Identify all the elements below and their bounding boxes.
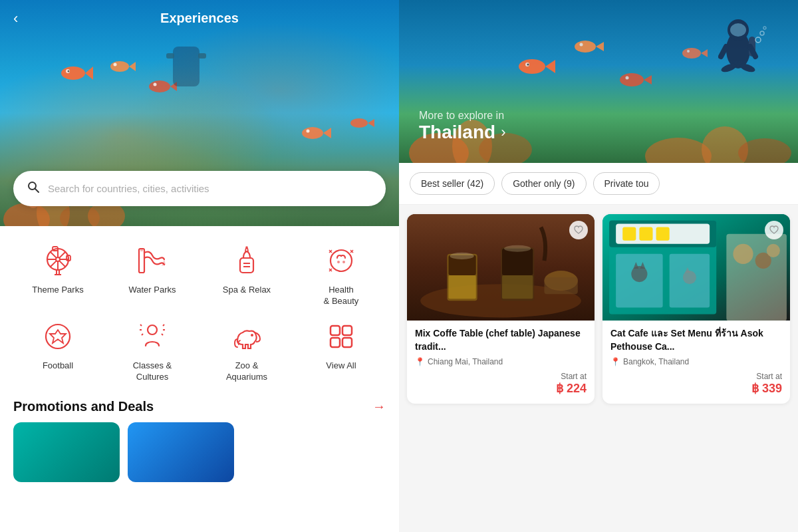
promotions-arrow[interactable]: → — [372, 399, 386, 414]
product-location-text-catcafe: Bangkok, Thailand — [623, 357, 689, 366]
svg-point-89 — [687, 50, 690, 53]
cultures-icon — [134, 318, 171, 355]
category-football[interactable]: Football — [13, 318, 102, 383]
category-water-parks[interactable]: Water Parks — [108, 242, 197, 307]
catcafe-scene — [602, 214, 790, 321]
category-theme-parks[interactable]: Theme Parks — [13, 242, 102, 307]
category-label-view-all: View All — [326, 360, 356, 372]
spa-icon — [228, 242, 265, 279]
elephant-icon — [228, 318, 265, 355]
svg-point-58 — [148, 325, 157, 334]
svg-point-86 — [626, 76, 629, 80]
search-bar[interactable]: Search for countries, cities, activities — [13, 171, 386, 206]
promo-card-2[interactable] — [128, 422, 234, 482]
product-price-row-coffee: Start at ฿ 224 — [415, 372, 587, 396]
svg-point-19 — [350, 118, 368, 128]
wishlist-button-catcafe[interactable] — [765, 221, 783, 239]
svg-rect-21 — [173, 47, 200, 86]
coffee-scene — [407, 214, 595, 321]
ferris-wheel-icon — [39, 242, 76, 279]
wishlist-button-coffee[interactable] — [569, 221, 588, 239]
products-grid: Mix Coffe Table (chef table) Japanese tr… — [399, 205, 798, 413]
svg-rect-119 — [656, 227, 670, 241]
product-image-catcafe — [602, 214, 790, 321]
category-label-zoo-aquariums: Zoo & Aquariums — [226, 360, 267, 383]
category-spa-relax[interactable]: Spa & Relax — [202, 242, 291, 307]
svg-rect-105 — [448, 275, 475, 299]
svg-rect-108 — [502, 275, 533, 299]
svg-line-33 — [59, 261, 65, 267]
explore-more-text: More to explore in — [419, 110, 505, 122]
svg-point-47 — [331, 250, 352, 271]
svg-rect-41 — [139, 249, 144, 273]
svg-point-109 — [450, 253, 473, 259]
promotions-header: Promotions and Deals → — [0, 394, 399, 422]
svg-rect-67 — [342, 326, 352, 335]
football-icon — [39, 318, 76, 355]
svg-point-16 — [302, 127, 323, 139]
svg-marker-20 — [368, 119, 374, 127]
product-card-catcafe[interactable]: Cat Cafe และ Set Menu ที่ร้าน Asok Petho… — [602, 214, 790, 404]
scuba-gear — [153, 40, 219, 93]
svg-point-128 — [733, 244, 753, 264]
coffee-image-bg — [407, 214, 595, 321]
svg-line-64 — [162, 334, 163, 335]
category-health-beauty[interactable]: Health & Beauty — [297, 242, 386, 307]
svg-marker-17 — [323, 128, 331, 138]
product-location-text-coffee: Chiang Mai, Thailand — [428, 357, 503, 366]
svg-point-77 — [519, 59, 545, 74]
svg-point-65 — [251, 334, 253, 336]
product-image-coffee — [407, 214, 595, 321]
svg-line-32 — [51, 252, 57, 258]
water-slide-icon — [134, 242, 171, 279]
product-info-catcafe: Cat Cafe และ Set Menu ที่ร้าน Asok Petho… — [602, 321, 790, 404]
filter-tags: Best seller (42) Gother only (9) Private… — [399, 163, 798, 205]
face-beauty-icon — [323, 242, 360, 279]
svg-rect-66 — [331, 326, 340, 335]
header-bar: ‹ Experiences — [0, 0, 399, 37]
category-label-theme-parks: Theme Parks — [32, 285, 83, 296]
filter-gother-only[interactable]: Gother only (9) — [501, 172, 586, 195]
hero-right: More to explore in Thailand › — [399, 0, 798, 163]
svg-point-46 — [245, 246, 248, 249]
category-zoo-aquariums[interactable]: Zoo & Aquariums — [202, 318, 291, 383]
svg-marker-57 — [50, 330, 66, 343]
filter-best-seller[interactable]: Best seller (42) — [410, 172, 495, 195]
destination-name: Thailand — [419, 122, 495, 143]
product-name-catcafe: Cat Cafe และ Set Menu ที่ร้าน Asok Petho… — [610, 327, 782, 353]
svg-point-110 — [504, 245, 531, 252]
back-button[interactable]: ‹ — [13, 10, 18, 27]
svg-point-18 — [307, 130, 310, 133]
svg-line-63 — [142, 334, 143, 335]
svg-rect-22 — [166, 53, 174, 59]
svg-marker-11 — [129, 62, 136, 71]
svg-point-92 — [730, 23, 746, 37]
svg-point-49 — [342, 261, 345, 263]
svg-point-81 — [575, 41, 596, 53]
category-view-all[interactable]: View All — [297, 318, 386, 383]
product-location-catcafe: 📍 Bangkok, Thailand — [610, 357, 782, 366]
filter-private-tour[interactable]: Private tou — [593, 172, 660, 195]
left-panel: ‹ Experiences Search for countries, citi… — [0, 0, 399, 532]
category-label-health-beauty: Health & Beauty — [324, 285, 359, 307]
svg-rect-69 — [342, 338, 352, 347]
svg-point-83 — [580, 43, 583, 47]
product-price-row-catcafe: Start at ฿ 339 — [610, 372, 782, 396]
svg-point-130 — [767, 244, 780, 257]
svg-line-60 — [163, 325, 164, 326]
svg-point-84 — [620, 73, 644, 86]
explore-overlay[interactable]: More to explore in Thailand › — [419, 110, 505, 143]
svg-point-10 — [110, 61, 129, 72]
search-icon — [27, 180, 40, 197]
category-classes-cultures[interactable]: Classes & Cultures — [108, 318, 197, 383]
catcafe-image-bg — [602, 214, 790, 321]
price-value-coffee: ฿ 224 — [556, 382, 587, 395]
svg-rect-68 — [331, 338, 340, 347]
svg-line-25 — [35, 189, 39, 193]
svg-point-48 — [337, 261, 340, 263]
promo-card-1[interactable] — [13, 422, 120, 482]
product-name-coffee: Mix Coffe Table (chef table) Japanese tr… — [415, 327, 587, 353]
svg-rect-23 — [198, 53, 206, 59]
svg-point-9 — [68, 70, 70, 72]
product-card-coffee[interactable]: Mix Coffe Table (chef table) Japanese tr… — [407, 214, 595, 404]
